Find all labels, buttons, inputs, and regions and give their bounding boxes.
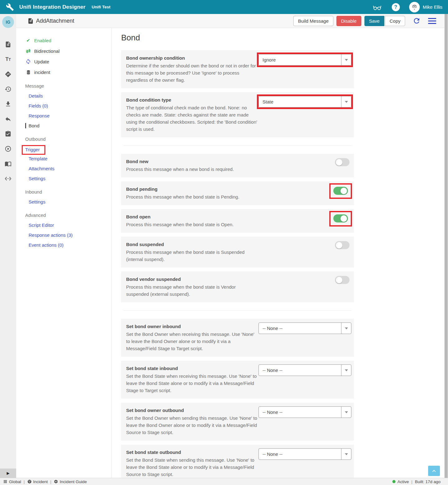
help-icon[interactable]: ?: [391, 2, 401, 12]
download-icon[interactable]: [5, 101, 11, 108]
setting-card-bond-open: Bond open Process this message when the …: [121, 209, 354, 233]
section-divider: [124, 145, 351, 146]
text-format-icon[interactable]: TT: [5, 56, 11, 63]
scrollbar-thumb[interactable]: [445, 14, 448, 478]
message-nav: ✔ Enabled ⇄ Bidirectional Update inciden…: [16, 28, 112, 478]
highlight-box: State: [258, 96, 351, 108]
highlight-box: [329, 183, 352, 199]
active-status-dot: [392, 480, 395, 483]
refresh-icon[interactable]: [413, 17, 421, 25]
select-box: -- None --: [258, 323, 351, 334]
record-title: AddAttachment: [36, 18, 74, 24]
bond-pending-toggle[interactable]: [333, 187, 348, 195]
bond-suspended-toggle[interactable]: [335, 241, 350, 249]
build-message-button[interactable]: Build Message: [293, 16, 333, 26]
directions-icon[interactable]: [5, 71, 11, 78]
setting-card-set-bond-state-outbound: Set bond state outbound Set the Bond Sta…: [121, 445, 354, 478]
scope-selector[interactable]: Global: [3, 479, 21, 484]
setting-card-set-bond-state-inbound: Set bond state inbound Set the Bond Stat…: [121, 361, 354, 399]
trigger-highlight-box: Trigger: [22, 145, 45, 155]
sync-icon: [25, 59, 31, 64]
workspace-name: Unifi Test: [92, 5, 111, 9]
nav-item-response-actions[interactable]: Response actions (3): [25, 232, 112, 238]
nav-item-details[interactable]: Details: [25, 93, 112, 98]
nav-item-event-actions[interactable]: Event actions (0): [25, 242, 112, 248]
setting-card-bond-ownership-condition: Bond ownership condition Determine if th…: [121, 50, 354, 88]
set-bond-state-outbound-select[interactable]: -- None --: [258, 448, 351, 460]
nav-item-fields[interactable]: Fields (0): [25, 103, 112, 108]
history-icon[interactable]: [5, 86, 11, 93]
set-bond-state-inbound-select[interactable]: -- None --: [258, 364, 351, 376]
nav-item-attachments[interactable]: Attachments: [25, 166, 112, 171]
integration-avatar[interactable]: IG: [2, 16, 14, 28]
toggle-box: [335, 158, 350, 166]
nav-group-inbound: Inbound: [25, 189, 112, 194]
disable-button[interactable]: Disable: [336, 16, 361, 26]
nav-item-response[interactable]: Response: [25, 113, 112, 118]
app-selector[interactable]: Incident: [27, 479, 48, 484]
nav-group-outbound: Outbound: [25, 136, 112, 142]
bond-condition-type-select[interactable]: State: [258, 96, 351, 108]
database-icon: [25, 70, 31, 75]
document-icon[interactable]: [5, 41, 11, 48]
setting-card-bond-condition-type: Bond condition type The type of conditio…: [121, 92, 354, 137]
setting-card-bond-pending: Bond pending Process this message when t…: [121, 181, 354, 205]
unifi-integration-designer-app: Unifi Integration Designer Unifi Test ? …: [0, 0, 448, 485]
bond-vendor-suspended-toggle[interactable]: [335, 276, 350, 284]
glasses-icon[interactable]: [372, 2, 382, 12]
nav-item-bond[interactable]: Bond: [25, 123, 112, 128]
check-icon: ✔: [25, 38, 31, 43]
gear-icon: [54, 479, 58, 484]
user-name: Mike Ellis: [423, 4, 442, 10]
copy-button[interactable]: Copy: [385, 16, 405, 26]
nav-item-template[interactable]: Template: [25, 156, 112, 161]
expand-rail-button[interactable]: ▶: [0, 469, 16, 478]
book-icon[interactable]: [5, 160, 11, 167]
menu-icon[interactable]: [428, 18, 436, 24]
incident-target[interactable]: incident: [25, 69, 112, 75]
top-bar: Unifi Integration Designer Unifi Test ? …: [0, 0, 448, 14]
highlight-box: [329, 211, 352, 226]
user-avatar: [409, 2, 420, 12]
highlight-box: Ignore: [258, 54, 351, 66]
document-icon: [27, 18, 34, 24]
setting-card-set-bond-owner-outbound: Set bond owner outbound Set the Bond Own…: [121, 403, 354, 441]
nav-group-advanced: Advanced: [25, 213, 112, 218]
setting-card-bond-vendor-suspended: Bond vendor suspended Process this messa…: [121, 272, 354, 302]
code-icon[interactable]: [5, 175, 11, 182]
nav-item-inbound-settings[interactable]: Settings: [25, 199, 112, 204]
bidirectional-status[interactable]: ⇄ Bidirectional: [25, 48, 112, 54]
save-button[interactable]: Save: [364, 16, 384, 26]
chevron-down-icon: [341, 54, 351, 65]
section-divider: [124, 310, 351, 311]
select-box: -- None --: [258, 406, 351, 418]
scroll-to-top-button[interactable]: [428, 466, 440, 476]
play-circle-icon[interactable]: [5, 145, 11, 152]
swap-arrows-icon: ⇄: [25, 49, 31, 53]
built-ago-label: Built: 17d ago: [415, 479, 441, 484]
update-status[interactable]: Update: [25, 58, 112, 65]
bond-new-toggle[interactable]: [335, 158, 350, 166]
page-title: Bond: [121, 33, 444, 43]
reply-icon[interactable]: [5, 116, 11, 122]
setting-card-bond-new: Bond new Process this message when a new…: [121, 154, 354, 177]
nav-item-trigger[interactable]: Trigger: [25, 147, 40, 152]
vertical-scrollbar[interactable]: [444, 14, 448, 485]
toggle-box: [335, 276, 350, 284]
chevron-down-icon: [341, 323, 351, 334]
nav-item-outbound-settings[interactable]: Settings: [25, 176, 112, 181]
user-menu[interactable]: Mike Ellis: [409, 2, 442, 12]
active-status-label: Active: [397, 479, 409, 484]
clipboard-check-icon[interactable]: [5, 130, 11, 137]
select-box: -- None --: [258, 364, 351, 376]
bond-ownership-condition-select[interactable]: Ignore: [258, 54, 351, 66]
enabled-status[interactable]: ✔ Enabled: [25, 37, 112, 43]
nav-group-message: Message: [25, 83, 112, 89]
chevron-down-icon: [341, 365, 351, 376]
bond-open-toggle[interactable]: [333, 214, 348, 222]
incident-guide-link[interactable]: Incident Guide: [54, 479, 87, 484]
set-bond-owner-outbound-select[interactable]: -- None --: [258, 406, 351, 418]
nav-item-script-editor[interactable]: Script Editor: [25, 222, 112, 228]
chevron-down-icon: [341, 407, 351, 418]
set-bond-owner-inbound-select[interactable]: -- None --: [258, 323, 351, 334]
